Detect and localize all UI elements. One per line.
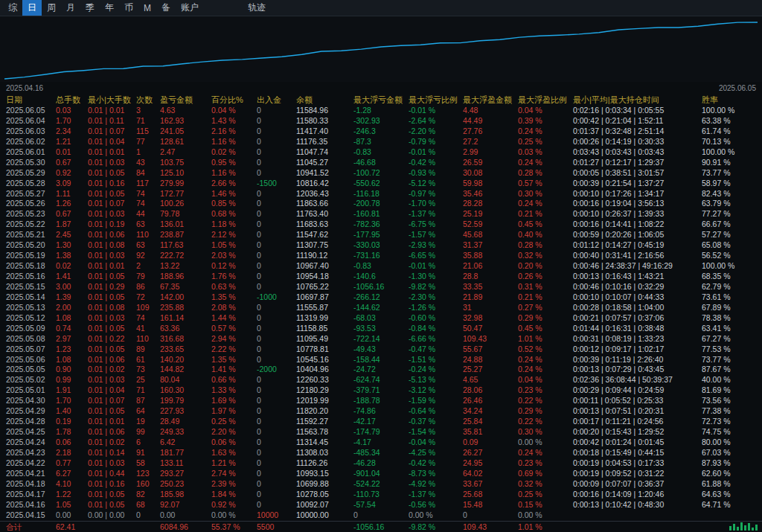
cell-col2: 0.01 | 0.05 <box>88 490 136 500</box>
cell-col1: 1.87 <box>56 219 88 230</box>
menu-item-6[interactable]: 年 <box>100 0 119 16</box>
cell-col11: 0.24 % <box>518 158 573 168</box>
cell-col5: 1.16 % <box>211 137 257 147</box>
cell-col3: 91 <box>136 448 160 458</box>
cell-col7: 余额 <box>296 94 353 106</box>
table-row[interactable]: 2025.05.261.260.01 | 0.0774100.260.85 %0… <box>0 199 762 209</box>
cell-col10: 45.68 <box>463 230 518 240</box>
table-row[interactable]: 2025.05.201.300.01 | 0.0863117.631.05 %0… <box>0 240 762 251</box>
menu-item-2[interactable]: 日 <box>22 0 42 16</box>
cell-col13: 61.74 % <box>702 126 762 137</box>
cell-col11: 0.22 % <box>518 417 573 427</box>
cell-col7: 10000.00 <box>296 510 353 521</box>
table-row[interactable]: 2025.05.141.390.01 | 0.0572142.001.35 %-… <box>0 292 762 303</box>
cell-col13: 73.77 % <box>702 355 762 365</box>
table-row[interactable]: 2025.04.232.180.01 | 0.1491181.771.63 %0… <box>0 448 762 458</box>
cell-col2: 0.01 | 0.05 <box>88 324 136 334</box>
cell-col4: 117.63 <box>160 240 211 251</box>
table-row[interactable]: 2025.05.082.970.01 | 0.22110316.682.94 %… <box>0 334 762 344</box>
table-row[interactable]: 2025.05.300.670.01 | 0.0343103.750.95 %0… <box>0 158 762 168</box>
cell-col7: 10954.18 <box>296 272 353 282</box>
table-row[interactable]: 2025.05.020.990.01 | 0.032580.040.66 %01… <box>0 375 762 385</box>
table-row[interactable]: 2025.05.071.230.01 | 0.0589233.652.22 %0… <box>0 344 762 355</box>
table-row[interactable]: 2025.04.216.270.01 | 0.44123293.272.74 %… <box>0 469 762 479</box>
table-row[interactable]: 2025.05.011.910.01 | 0.0471160.301.33 %0… <box>0 385 762 396</box>
cell-col12: 0:01:37 | 0:32:48 | 2:51:14 <box>573 126 702 137</box>
cell-col2: 0.01 | 0.03 <box>88 458 136 469</box>
table-row[interactable]: 2025.04.251.780.01 | 0.0699249.332.20 %0… <box>0 427 762 438</box>
menu-item-8[interactable]: M <box>138 1 156 15</box>
cell-col2: 0.01 | 0.07 <box>88 126 136 137</box>
table-row[interactable]: 2025.05.212.450.01 | 0.06110238.872.12 %… <box>0 230 762 240</box>
cell-col9: -1.51 % <box>409 355 463 365</box>
cell-col1: 1.38 <box>56 251 88 261</box>
cell-date: 2025.04.17 <box>6 490 56 500</box>
cell-col12 <box>573 510 702 521</box>
cell-col5: 0.63 % <box>211 282 257 292</box>
cell-col8: -782.36 <box>353 219 409 230</box>
table-row[interactable]: 2025.05.290.920.01 | 0.0584125.101.16 %0… <box>0 168 762 179</box>
table-row[interactable]: 2025.05.283.090.01 | 0.16117279.992.66 %… <box>0 179 762 189</box>
table-row[interactable]: 2025.05.061.080.01 | 0.0661140.201.35 %0… <box>0 355 762 365</box>
table-row[interactable]: 2025.05.221.870.01 | 0.1963136.011.18 %0… <box>0 219 762 230</box>
cell-col2: 0.01 | 0.05 <box>88 189 136 199</box>
cell-col7: 10941.52 <box>296 168 353 179</box>
menu-item-7[interactable]: 币 <box>119 0 138 16</box>
cell-col4: 199.79 <box>160 396 211 406</box>
table-row[interactable]: 2025.04.220.770.01 | 0.0358133.111.21 %0… <box>0 458 762 469</box>
table-row[interactable]: 2025.05.161.410.01 | 0.0579188.961.76 %0… <box>0 272 762 282</box>
cell-col13: 56.52 % <box>702 251 762 261</box>
table-row[interactable]: 2025.05.050.900.01 | 0.0273144.821.41 %-… <box>0 365 762 375</box>
cell-col10: 34.24 <box>463 406 518 417</box>
cell-col1: 1.70 <box>56 116 88 126</box>
cell-col4: 233.65 <box>160 344 211 355</box>
cell-col2: 0.01 | 0.19 <box>88 219 136 230</box>
table-row[interactable]: 2025.05.180.020.01 | 0.01213.220.12 %010… <box>0 261 762 272</box>
cell-col2: 0.01 | 0.03 <box>88 251 136 261</box>
table-row[interactable]: 2025.04.184.100.01 | 0.16160250.232.39 %… <box>0 479 762 490</box>
cell-date: 2025.05.26 <box>6 199 56 209</box>
cell-col9: -5.12 % <box>409 179 463 189</box>
cell-col5: 1.76 % <box>211 272 257 282</box>
cell-col1: 0.19 <box>56 417 88 427</box>
cell-col9: -1.59 % <box>409 396 463 406</box>
table-row[interactable]: 2025.04.291.400.01 | 0.0564227.931.97 %0… <box>0 406 762 417</box>
table-row[interactable]: 2025.06.010.010.01 | 0.0112.470.02 %0110… <box>0 147 762 158</box>
cell-col1: 3.09 <box>56 179 88 189</box>
table-row[interactable]: 2025.05.191.380.01 | 0.0392222.722.03 %0… <box>0 251 762 261</box>
table-row[interactable]: 2025.04.240.060.01 | 0.0266.420.06 %0113… <box>0 438 762 448</box>
cell-col9: -4.92 % <box>409 479 463 490</box>
table-row[interactable]: 2025.06.041.700.01 | 0.1171162.931.43 %0… <box>0 116 762 126</box>
cell-col1: 1.21 <box>56 137 88 147</box>
menu-item-4[interactable]: 月 <box>61 0 80 16</box>
cell-date: 2025.04.30 <box>6 396 56 406</box>
table-row[interactable]: 2025.06.021.210.01 | 0.0477128.611.16 %0… <box>0 137 762 147</box>
table-row[interactable]: 2025.04.150.000.00 | 0.0000.000.00 %1000… <box>0 510 762 521</box>
cell-col11: 0.31 % <box>518 282 573 292</box>
menu-item-11[interactable]: 轨迹 <box>243 0 271 16</box>
cell-col4: 80.04 <box>160 375 211 385</box>
table-row[interactable]: 2025.04.161.050.01 | 0.056892.070.92 %01… <box>0 500 762 510</box>
menu-item-5[interactable]: 季 <box>80 0 100 16</box>
table-row[interactable]: 2025.06.032.340.01 | 0.07115241.052.16 %… <box>0 126 762 137</box>
cell-col3 <box>136 522 160 532</box>
table-row[interactable]: 2025.04.171.220.01 | 0.0582185.981.84 %0… <box>0 490 762 500</box>
menu-item-10[interactable]: 账户 <box>176 0 204 16</box>
equity-chart-panel[interactable] <box>0 16 762 82</box>
table-row[interactable]: 2025.05.121.080.01 | 0.0374161.141.44 %0… <box>0 313 762 324</box>
table-row[interactable]: 2025.05.271.110.01 | 0.0574172.771.46 %0… <box>0 189 762 199</box>
cell-col11: 0.25 % <box>518 137 573 147</box>
table-row[interactable]: 2025.06.050.030.01 | 0.0134.630.04 %0115… <box>0 106 762 116</box>
table-row[interactable]: 2025.05.153.000.01 | 0.298667.350.63 %01… <box>0 282 762 292</box>
table-row[interactable]: 2025.05.132.000.01 | 0.08109235.882.08 %… <box>0 303 762 313</box>
menu-item-1[interactable]: 综 <box>3 0 22 16</box>
table-row[interactable]: 2025.04.280.190.01 | 0.011928.490.25 %01… <box>0 417 762 427</box>
cell-col7: 11126.26 <box>296 458 353 469</box>
cell-col12: 0:00:26 | 0:14:19 | 0:30:33 <box>573 137 702 147</box>
table-row[interactable]: 2025.05.230.670.01 | 0.034479.780.68 %01… <box>0 209 762 219</box>
table-row[interactable]: 2025.04.301.700.01 | 0.0787199.791.69 %0… <box>0 396 762 406</box>
menu-item-3[interactable]: 周 <box>42 0 61 16</box>
cell-col11: 0.24 % <box>518 448 573 458</box>
table-row[interactable]: 2025.05.090.740.01 | 0.054163.360.57 %01… <box>0 324 762 334</box>
menu-item-9[interactable]: 备 <box>156 0 176 16</box>
